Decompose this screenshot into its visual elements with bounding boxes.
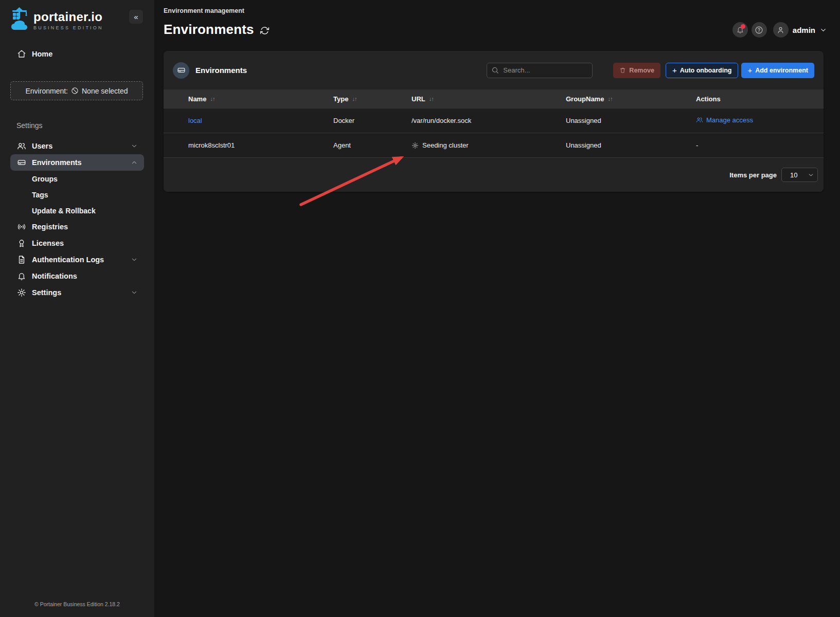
search-input[interactable] [487, 63, 593, 78]
items-per-page-label: Items per page [729, 171, 777, 179]
hdd-icon [173, 62, 189, 79]
column-header-actions: Actions [696, 95, 824, 103]
sidebar-nav: Users Environments Groups Tags Update & … [10, 138, 144, 301]
sidebar-item-label: Users [32, 142, 52, 150]
remove-button[interactable]: Remove [613, 63, 660, 78]
sort-icon: ↓↑ [429, 96, 434, 102]
sidebar-item-users[interactable]: Users [10, 138, 144, 154]
environments-panel: Environments Remove + Auto onboardin [164, 51, 824, 192]
environment-name-link[interactable]: local [188, 117, 202, 124]
column-label: Type [333, 95, 348, 103]
sidebar-collapse-button[interactable]: « [129, 10, 143, 24]
sidebar-item-label: Licenses [32, 239, 64, 247]
sidebar-item-label: Settings [32, 288, 61, 297]
home-icon [17, 49, 26, 59]
plus-icon: + [672, 66, 677, 75]
sidebar-item-registries[interactable]: Registries [10, 219, 144, 235]
remove-button-label: Remove [629, 67, 654, 74]
refresh-icon[interactable] [260, 26, 270, 35]
manage-access-link[interactable]: Manage access [696, 116, 753, 124]
sidebar-item-home[interactable]: Home [10, 46, 144, 62]
version-text: 2.18.2 [105, 601, 120, 607]
sidebar-item-label: Notifications [32, 272, 77, 280]
column-header-url[interactable]: URL ↓↑ [412, 95, 566, 103]
chevron-up-icon [131, 159, 138, 166]
environment-type-cell: Docker [333, 117, 412, 124]
environment-url-cell: Seeding cluster [412, 141, 566, 149]
sidebar-item-update-rollback[interactable]: Update & Rollback [10, 203, 144, 219]
plus-icon: + [747, 66, 752, 75]
sidebar-item-tags[interactable]: Tags [10, 187, 144, 203]
table-row: local Docker /var/run/docker.sock Unassi… [164, 108, 824, 133]
manage-access-label: Manage access [706, 116, 753, 124]
broadcast-icon [17, 222, 26, 231]
environment-url-cell: /var/run/docker.sock [412, 117, 566, 124]
sidebar-item-authentication-logs[interactable]: Authentication Logs [10, 251, 144, 268]
auto-onboarding-button[interactable]: + Auto onboarding [666, 63, 738, 78]
environment-selector-button[interactable]: Environment: None selected [10, 81, 143, 100]
sidebar-home-label: Home [32, 50, 52, 58]
gear-icon [17, 288, 26, 297]
file-text-icon [17, 255, 26, 264]
sidebar-footer: © Portainer Business Edition 2.18.2 [0, 601, 154, 607]
table-row: microk8sclstr01 Agent Seeding cluster Un… [164, 133, 824, 157]
help-button[interactable] [752, 22, 767, 38]
sidebar-item-label: Authentication Logs [32, 256, 104, 264]
auto-onboarding-button-label: Auto onboarding [680, 67, 732, 74]
column-label: URL [412, 95, 425, 103]
table-header-row: Name ↓↑ Type ↓↑ URL ↓↑ GroupName ↓↑ Acti… [164, 89, 824, 108]
environment-action-cell: - [696, 141, 824, 149]
sidebar-item-label: Registries [32, 223, 68, 231]
trash-icon [619, 67, 626, 74]
column-header-groupname[interactable]: GroupName ↓↑ [566, 95, 696, 103]
chevron-down-icon [131, 256, 138, 263]
search-icon [491, 66, 499, 74]
main-content: Environment management Environments admi… [154, 0, 840, 617]
sidebar-item-groups[interactable]: Groups [10, 171, 144, 187]
award-icon [17, 239, 26, 248]
column-label: GroupName [566, 95, 604, 103]
page-title: Environments [164, 22, 254, 38]
sidebar-item-licenses[interactable]: Licenses [10, 235, 144, 251]
environment-type-cell: Agent [333, 141, 412, 149]
column-label: Name [188, 95, 206, 103]
sort-icon: ↓↑ [210, 96, 215, 102]
users-icon [696, 116, 703, 123]
chevron-down-icon [131, 142, 138, 150]
user-name: admin [793, 26, 815, 34]
notifications-bell-button[interactable] [732, 22, 748, 38]
notification-badge [741, 24, 745, 29]
column-header-type[interactable]: Type ↓↑ [333, 95, 412, 103]
sidebar: portainer.io BUSINESS EDITION « Home Env… [0, 0, 154, 617]
column-header-name[interactable]: Name ↓↑ [188, 95, 333, 103]
sidebar-item-environments[interactable]: Environments [10, 154, 144, 171]
copyright-text: © Portainer Business Edition [34, 601, 103, 607]
environment-name-cell: microk8sclstr01 [188, 141, 333, 149]
environment-group-cell: Unassigned [566, 117, 696, 124]
sidebar-item-label: Environments [32, 158, 82, 167]
environment-status-label: Seeding cluster [422, 141, 469, 149]
sort-icon: ↓↑ [607, 96, 612, 102]
environments-icon [17, 158, 26, 167]
sidebar-section-label: Settings [16, 121, 43, 130]
bell-icon [17, 271, 26, 281]
sort-icon: ↓↑ [352, 96, 356, 102]
brand-name: portainer.io [33, 10, 103, 24]
brand-edition: BUSINESS EDITION [33, 25, 103, 30]
breadcrumb[interactable]: Environment management [164, 7, 244, 14]
add-environment-button-label: Add environment [755, 67, 808, 74]
users-icon [17, 141, 26, 151]
user-menu[interactable]: admin [773, 22, 827, 38]
column-label: Actions [696, 95, 721, 103]
sidebar-item-settings[interactable]: Settings [10, 284, 144, 301]
items-per-page-select[interactable]: 10 [781, 168, 818, 182]
portainer-logo-icon [10, 7, 30, 33]
gear-icon [412, 142, 419, 149]
chevron-down-icon [131, 289, 138, 296]
slash-circle-icon [71, 87, 79, 95]
sidebar-item-notifications[interactable]: Notifications [10, 268, 144, 284]
environment-group-cell: Unassigned [566, 141, 696, 149]
panel-title: Environments [195, 66, 247, 75]
add-environment-button[interactable]: + Add environment [741, 63, 814, 78]
environment-selector-value: None selected [82, 87, 128, 95]
